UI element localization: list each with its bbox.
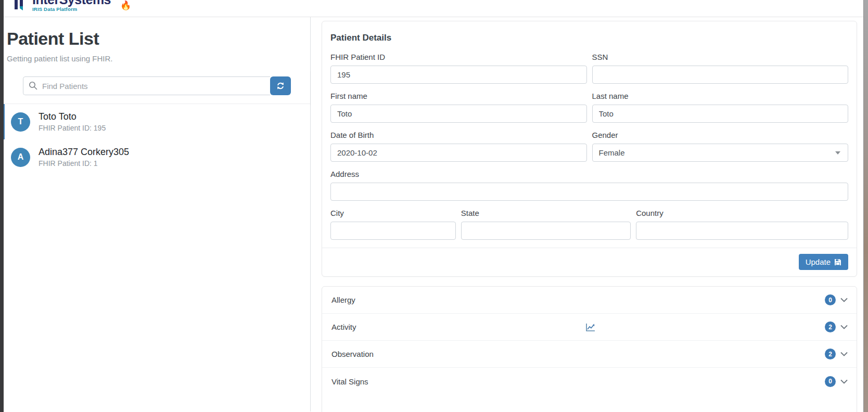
count-badge: 2	[825, 321, 836, 332]
ssn-label: SSN	[592, 53, 849, 61]
window-left-edge	[0, 0, 4, 412]
section-row-allergy[interactable]: Allergy 0	[322, 287, 857, 314]
patient-name: Toto Toto	[39, 111, 106, 122]
section-row-observation[interactable]: Observation 2	[322, 341, 857, 368]
search-bar	[0, 70, 310, 104]
avatar: A	[11, 148, 30, 167]
fhir-id-label: FHIR Patient ID	[330, 53, 587, 61]
vertical-scrollbar[interactable]	[863, 0, 868, 412]
app-header: InterSystems IRIS Data Platform 🔥	[0, 0, 868, 17]
refresh-icon	[276, 81, 285, 91]
section-row-vital-signs[interactable]: Vital Signs 0	[322, 368, 857, 395]
address-label: Address	[330, 170, 848, 178]
caret-down-icon	[835, 151, 840, 154]
brand-name: InterSystems	[32, 0, 111, 6]
search-input[interactable]	[23, 76, 270, 95]
section-label: Allergy	[331, 295, 355, 304]
first-name-input[interactable]	[330, 105, 587, 123]
section-row-activity[interactable]: Activity 2	[322, 314, 857, 341]
section-label: Vital Signs	[331, 377, 368, 386]
patient-details-card: Patient Details FHIR Patient ID SSN Firs…	[322, 21, 857, 277]
line-chart-icon	[586, 323, 595, 331]
card-title: Patient Details	[330, 33, 848, 43]
dob-input[interactable]	[330, 144, 587, 162]
dob-label: Date of Birth	[330, 131, 587, 139]
brand-logo: InterSystems IRIS Data Platform 🔥	[14, 0, 868, 14]
last-name-input[interactable]	[592, 105, 849, 123]
app-window: InterSystems IRIS Data Platform 🔥 Patien…	[0, 0, 868, 412]
refresh-button[interactable]	[270, 76, 291, 95]
intersystems-logo-icon	[14, 0, 27, 14]
city-label: City	[330, 209, 456, 217]
gender-selected-value: Female	[599, 148, 625, 157]
first-name-label: First name	[330, 92, 587, 100]
patient-name: Adina377 Corkery305	[39, 147, 129, 158]
city-input[interactable]	[330, 222, 456, 240]
gender-label: Gender	[592, 131, 849, 139]
details-area: Patient Details FHIR Patient ID SSN Firs…	[311, 17, 868, 411]
chevron-down-icon	[840, 352, 848, 356]
address-input[interactable]	[330, 183, 848, 201]
avatar: T	[11, 112, 30, 132]
patient-list: T Toto Toto FHIR Patient ID: 195 A Adina…	[0, 104, 310, 175]
patient-fhir-id: FHIR Patient ID: 1	[39, 159, 129, 168]
save-icon	[834, 259, 841, 266]
count-badge: 0	[825, 294, 836, 305]
count-badge: 2	[825, 349, 836, 359]
resource-sections-card: Allergy 0 Activity	[322, 286, 857, 412]
page-subtitle: Getting patient list using FHIR.	[7, 54, 310, 63]
update-button-label: Update	[806, 258, 831, 266]
country-label: Country	[636, 209, 848, 217]
state-input[interactable]	[461, 222, 631, 240]
ssn-input[interactable]	[592, 66, 849, 84]
patient-list-item-adina[interactable]: A Adina377 Corkery305 FHIR Patient ID: 1	[0, 139, 310, 175]
section-label: Observation	[331, 350, 374, 358]
brand-subtitle: IRIS Data Platform	[32, 6, 111, 12]
fire-emoji: 🔥	[120, 0, 131, 11]
chevron-down-icon	[840, 325, 848, 329]
chevron-down-icon	[840, 379, 848, 384]
count-badge: 0	[825, 376, 836, 387]
country-input[interactable]	[636, 222, 848, 240]
search-icon	[29, 81, 37, 90]
gender-select[interactable]: Female	[592, 144, 849, 162]
last-name-label: Last name	[592, 92, 849, 100]
state-label: State	[461, 209, 631, 217]
fhir-id-input[interactable]	[330, 66, 587, 84]
update-button[interactable]: Update	[799, 254, 848, 270]
page-title: Patient List	[7, 29, 310, 49]
section-label: Activity	[331, 323, 356, 331]
patient-list-item-toto[interactable]: T Toto Toto FHIR Patient ID: 195	[0, 104, 310, 139]
card-footer: Update	[322, 248, 857, 276]
patient-fhir-id: FHIR Patient ID: 195	[39, 124, 106, 132]
chevron-down-icon	[840, 298, 848, 302]
patient-list-panel: Patient List Getting patient list using …	[0, 17, 311, 411]
